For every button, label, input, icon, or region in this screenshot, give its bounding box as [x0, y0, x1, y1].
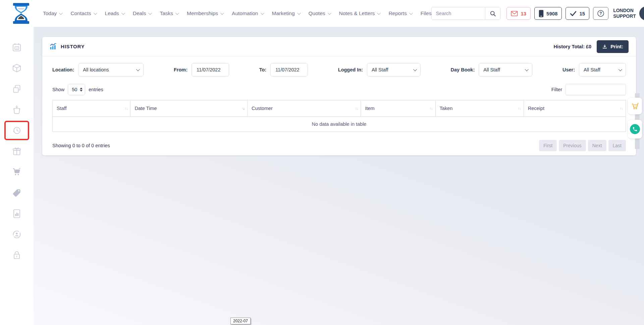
- nav-item-contacts[interactable]: Contacts: [70, 10, 96, 16]
- main-nav: Today Contacts Leads Deals Tasks Members…: [43, 10, 431, 16]
- filter-label: Filter: [551, 87, 562, 92]
- column-header-date-time[interactable]: Date Time↑↓: [130, 100, 248, 117]
- calls-count: 5908: [546, 11, 557, 16]
- nav-label: Deals: [133, 10, 146, 16]
- gift-icon: [12, 146, 22, 156]
- mail-icon: [511, 11, 518, 16]
- search-button[interactable]: [485, 7, 500, 19]
- nav-label: Reports: [388, 10, 407, 16]
- to-date-input[interactable]: [270, 63, 308, 76]
- chevron-down-icon: [413, 67, 417, 71]
- cart-icon: [631, 102, 639, 110]
- page-length-select[interactable]: 50: [68, 84, 85, 95]
- chevron-down-icon: [59, 11, 63, 15]
- sidebar-item-history[interactable]: [4, 121, 29, 140]
- search-input[interactable]: [432, 7, 485, 19]
- icon-sidebar: 12: [0, 27, 34, 325]
- logged-in-label: Logged In:: [338, 67, 363, 72]
- help-button[interactable]: ?: [593, 7, 608, 20]
- help-icon: ?: [597, 9, 605, 17]
- nav-item-quotes[interactable]: Quotes: [309, 10, 330, 16]
- messages-count: 13: [521, 11, 526, 16]
- phone-circle: [630, 124, 640, 134]
- chevron-down-icon: [525, 67, 529, 71]
- nav-item-deals[interactable]: Deals: [133, 10, 151, 16]
- chevron-down-icon: [619, 67, 622, 71]
- chevron-down-icon: [409, 11, 413, 15]
- user-select[interactable]: All Staff: [579, 63, 626, 76]
- spinner-icon: [80, 88, 83, 92]
- sidebar-item-gifts[interactable]: [0, 141, 34, 162]
- nav-item-files[interactable]: Files: [421, 10, 432, 16]
- sidebar-item-accounts[interactable]: [0, 224, 34, 245]
- nav-item-memberships[interactable]: Memberships: [187, 10, 223, 16]
- column-header-taken[interactable]: Taken↑↓: [435, 100, 524, 117]
- chevron-down-icon: [297, 11, 301, 15]
- filter-bar: Location: All locations From: To: Logged…: [42, 56, 636, 76]
- print-button[interactable]: Print:: [597, 40, 629, 53]
- nav-label: Contacts: [70, 10, 91, 16]
- copy-icon: [12, 84, 22, 94]
- price-tag-icon: [12, 188, 22, 198]
- nav-item-notes-letters[interactable]: Notes & Letters: [339, 10, 380, 16]
- sidebar-item-calendar[interactable]: 12: [0, 37, 34, 58]
- chevron-down-icon: [136, 67, 140, 71]
- showing-entries-text: Showing 0 to 0 of 0 entries: [52, 143, 110, 148]
- pagination-previous-button[interactable]: Previous: [559, 140, 586, 151]
- nav-item-tasks[interactable]: Tasks: [160, 10, 178, 16]
- app-logo[interactable]: [11, 3, 31, 24]
- column-header-receipt[interactable]: Receipt↑↓: [524, 100, 626, 117]
- report-icon: [12, 209, 22, 219]
- datepicker-tooltip: 2022-07: [230, 318, 251, 324]
- svg-text:?: ?: [599, 11, 602, 16]
- column-header-customer[interactable]: Customer↑↓: [248, 100, 361, 117]
- table-filter-input[interactable]: [566, 84, 626, 95]
- pagination-last-button[interactable]: Last: [608, 140, 626, 151]
- column-header-item[interactable]: Item↑↓: [361, 100, 435, 117]
- from-label: From:: [174, 67, 187, 72]
- nav-label: Notes & Letters: [339, 10, 375, 16]
- avatar[interactable]: [639, 6, 644, 20]
- sidebar-item-orders[interactable]: [0, 99, 34, 120]
- sidebar-item-reports[interactable]: [0, 203, 34, 224]
- search-icon: [490, 10, 496, 17]
- sidebar-item-pricing[interactable]: [0, 182, 34, 203]
- history-total: History Total: £0: [554, 44, 592, 49]
- pagination-first-button[interactable]: First: [539, 140, 557, 151]
- tasks-badge[interactable]: 15: [566, 7, 589, 20]
- calendar-icon: 12: [12, 42, 22, 52]
- messages-badge[interactable]: 13: [506, 7, 531, 20]
- sidebar-item-shop[interactable]: [0, 162, 34, 182]
- logged-in-value: All Staff: [372, 67, 388, 72]
- nav-item-marketing[interactable]: Marketing: [272, 10, 300, 16]
- nav-label: Automation: [232, 10, 258, 16]
- user-menu[interactable]: LONDON SUPPORT: [613, 6, 644, 20]
- column-header-staff[interactable]: Staff↑↓: [53, 100, 130, 117]
- floating-phone-button[interactable]: [628, 120, 642, 139]
- status-badges: 13 5908 15 ?: [506, 7, 608, 20]
- nav-item-today[interactable]: Today: [43, 10, 62, 16]
- sidebar-item-products[interactable]: [0, 58, 34, 78]
- calls-badge[interactable]: 5908: [534, 7, 562, 20]
- nav-item-reports[interactable]: Reports: [388, 10, 412, 16]
- account-sync-icon: [12, 229, 22, 239]
- nav-item-leads[interactable]: Leads: [105, 10, 124, 16]
- logged-in-select[interactable]: All Staff: [367, 63, 421, 76]
- nav-item-automation[interactable]: Automation: [232, 10, 263, 16]
- sidebar-item-duplicates[interactable]: [0, 78, 34, 99]
- from-date-input[interactable]: [192, 63, 229, 76]
- nav-label: Today: [43, 10, 57, 16]
- nav-label: Marketing: [272, 10, 295, 16]
- day-book-select[interactable]: All Staff: [479, 63, 532, 76]
- download-icon: [602, 44, 607, 49]
- sidebar-item-security[interactable]: [0, 245, 34, 266]
- location-select[interactable]: All locations: [78, 63, 144, 76]
- floating-cart-button[interactable]: [628, 98, 642, 114]
- nav-label: Memberships: [187, 10, 218, 16]
- chevron-down-icon: [93, 11, 97, 15]
- pagination: First Previous Next Last: [539, 140, 626, 151]
- history-icon: [12, 125, 22, 136]
- pagination-next-button[interactable]: Next: [588, 140, 606, 151]
- sort-icon: ↑↓: [620, 106, 623, 110]
- sort-desc-icon: ↑↓: [241, 106, 245, 110]
